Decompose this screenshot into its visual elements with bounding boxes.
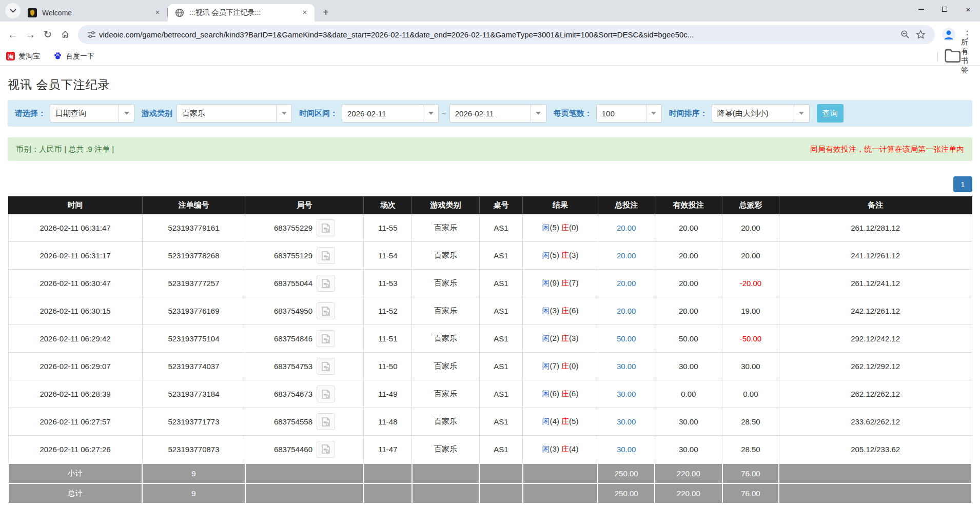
payout-cell: 20.00: [722, 214, 779, 242]
back-button[interactable]: ←: [4, 26, 22, 43]
round-id-cell: 683754558: [245, 408, 364, 436]
table-row: 2026-02-11 06:30:47523193777257683755044…: [8, 270, 972, 297]
valid-bet-cell: 20.00: [655, 270, 722, 297]
result-cell: 闲(6) 庄(6): [523, 380, 598, 408]
address-bar[interactable]: videoie.com/game/betrecord_search/kind3?…: [78, 25, 935, 44]
minimize-button[interactable]: [909, 0, 933, 18]
payout-cell: 0.00: [722, 380, 779, 408]
video-file-icon: [321, 278, 331, 289]
chevron-down-icon: [10, 9, 16, 13]
currency-summary: 币别：人民币 | 总共 :9 注单 |: [16, 145, 114, 154]
player-result: 闲: [542, 251, 550, 259]
page-1-button[interactable]: 1: [953, 176, 972, 192]
bookmark-star-icon[interactable]: [916, 30, 926, 39]
table-row: 2026-02-11 06:27:57523193771773683754558…: [8, 408, 972, 436]
date-end-select[interactable]: 2026-02-11: [449, 104, 546, 123]
session-cell: 11-47: [364, 436, 412, 463]
round-number: 683755129: [274, 251, 312, 260]
baidu-icon: [53, 52, 62, 60]
round-number: 683754460: [274, 445, 312, 454]
video-file-icon: [321, 306, 331, 316]
video-file-icon: [321, 223, 331, 233]
table-number-cell: AS1: [479, 353, 523, 380]
video-replay-button[interactable]: [317, 330, 335, 347]
payout-cell: 30.00: [722, 353, 779, 380]
round-number: 683754558: [274, 417, 312, 426]
search-button[interactable]: 查询: [817, 104, 844, 123]
game-kind-cell: 百家乐: [412, 242, 479, 270]
tab-welcome[interactable]: Welcome ×: [21, 4, 167, 22]
banker-points: (3): [569, 334, 578, 342]
tab-search-button[interactable]: [5, 3, 21, 18]
zoom-icon[interactable]: [900, 30, 910, 39]
tab-close-icon[interactable]: ×: [153, 8, 162, 17]
remark-cell: 261.12/281.12: [779, 214, 972, 242]
video-replay-button[interactable]: [317, 385, 335, 402]
forward-button[interactable]: →: [22, 26, 39, 43]
footer-valid-bet-cell: 220.00: [655, 463, 722, 483]
date-range-tilde: ~: [442, 109, 446, 118]
video-replay-button[interactable]: [317, 413, 335, 430]
game-kind-cell: 百家乐: [412, 408, 479, 436]
video-replay-button[interactable]: [317, 302, 335, 319]
bet-id-cell: 523193771773: [142, 408, 245, 436]
reload-button[interactable]: ↻: [39, 26, 56, 43]
table-row: 2026-02-11 06:29:42523193775104683754846…: [8, 325, 972, 353]
video-replay-button[interactable]: [317, 358, 335, 375]
column-header: 总投注: [598, 197, 655, 214]
video-file-icon: [321, 444, 331, 454]
video-replay-button[interactable]: [317, 275, 335, 292]
url-text[interactable]: videoie.com/game/betrecord_search/kind3?…: [99, 30, 897, 39]
valid-bet-cell: 20.00: [655, 297, 722, 325]
chevron-down-icon: [531, 105, 546, 122]
bet-id-cell: 523193770873: [142, 436, 245, 463]
date-start-select[interactable]: 2026-02-11: [342, 104, 439, 123]
page-size-select[interactable]: 100: [596, 104, 662, 123]
filter-panel: 请选择： 日期查询 游戏类别 百家乐 时间区间： 2026-02-11 ~ 20…: [8, 100, 972, 127]
date-range-label: 时间区间：: [299, 109, 338, 118]
new-tab-button[interactable]: +: [319, 6, 333, 20]
valid-bet-cell: 30.00: [655, 436, 722, 463]
footer-remark-cell: [779, 483, 972, 503]
column-header: 场次: [364, 197, 412, 214]
game-kind-cell: 百家乐: [412, 325, 479, 353]
all-bookmarks[interactable]: 所有书签: [937, 38, 974, 75]
player-points: (5): [550, 223, 562, 232]
column-header: 结果: [523, 197, 598, 214]
payout-cell: -50.00: [722, 325, 779, 353]
subtotal-row: 小计9250.00220.0076.00: [8, 463, 972, 483]
bookmark-aitaobao[interactable]: 淘 爱淘宝: [6, 52, 40, 61]
home-button[interactable]: [56, 26, 74, 43]
footer-total-bet-cell: 250.00: [598, 483, 655, 503]
table-header-row: 时间注单编号局号场次游戏类别桌号结果总投注有效投注总派彩备注: [8, 197, 972, 214]
result-cell: 闲(5) 庄(3): [523, 242, 598, 270]
query-type-select[interactable]: 日期查询: [50, 104, 134, 123]
site-settings-icon[interactable]: [87, 30, 96, 39]
session-cell: 11-50: [364, 353, 412, 380]
total-bet-cell: 30.00: [598, 408, 655, 436]
footer-table-cell: [479, 483, 523, 503]
valid-bet-cell: 30.00: [655, 353, 722, 380]
player-points: (3): [550, 306, 562, 315]
table-number-cell: AS1: [479, 325, 523, 353]
maximize-button[interactable]: [933, 0, 956, 18]
game-kind-select[interactable]: 百家乐: [177, 104, 292, 123]
banker-points: (5): [569, 417, 578, 425]
tab-close-icon[interactable]: ×: [300, 8, 309, 17]
player-result: 闲: [542, 223, 550, 232]
video-replay-button[interactable]: [317, 219, 335, 236]
video-replay-button[interactable]: [317, 441, 335, 458]
column-header: 局号: [245, 197, 364, 214]
window-controls: ×: [909, 0, 980, 18]
table-number-cell: AS1: [479, 380, 523, 408]
bet-time-cell: 2026-02-11 06:29:07: [8, 353, 142, 380]
player-points: (7): [550, 361, 562, 370]
bet-time-cell: 2026-02-11 06:28:39: [8, 380, 142, 408]
video-replay-button[interactable]: [317, 247, 335, 264]
sort-select[interactable]: 降幂(由大到小): [712, 104, 810, 123]
tab-bet-records[interactable]: :::视讯 会员下注纪录::: ×: [168, 4, 315, 22]
session-cell: 11-55: [364, 214, 412, 242]
bookmark-baidu[interactable]: 百度一下: [53, 52, 94, 61]
close-button[interactable]: ×: [956, 0, 980, 18]
video-file-icon: [321, 361, 331, 372]
